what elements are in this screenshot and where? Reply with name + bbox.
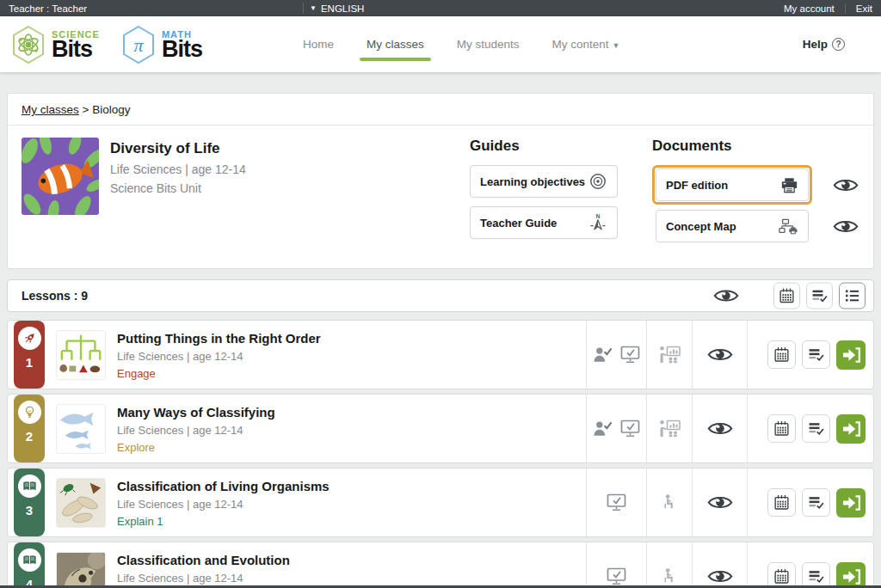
list-view-icon [844,288,860,304]
book-icon [22,479,37,493]
visibility-eye-icon[interactable] [707,420,733,437]
lesson-assignments-button[interactable] [802,340,830,369]
visibility-eye-icon[interactable] [707,346,733,363]
monitor-check-icon [619,420,641,438]
lessons-count-label: Lessons : 9 [22,289,88,303]
pdf-edition-button[interactable]: PDF edition [656,168,809,201]
bulb-icon [22,405,37,420]
lesson-modes-cell [586,542,646,588]
lesson-phase-tab: 4 [14,542,45,588]
nav-my-content[interactable]: My content▼ [552,33,620,56]
lesson-visibility-cell [692,395,747,462]
documents-heading: Documents [652,138,859,155]
guides-heading: Guides [470,138,652,155]
concept-map-button[interactable]: Concept Map [656,210,809,242]
lesson-row: 2 Many Ways of Classifying Life Sciences… [7,394,874,463]
open-lesson-button[interactable] [836,340,866,370]
science-bits-wordmark: Bits [52,40,100,59]
lesson-assignments-button[interactable] [802,414,830,443]
calendar-view-button[interactable] [773,283,800,309]
visibility-eye-icon[interactable] [713,288,739,304]
enter-icon [841,493,861,513]
schedule-lesson-button[interactable] [767,562,796,588]
open-lesson-button[interactable] [836,488,866,518]
lesson-visibility-cell [692,469,747,536]
visibility-eye-icon[interactable] [707,568,733,585]
enter-icon [841,567,861,587]
caret-down-icon: ▼ [613,41,620,50]
lesson-phase-badge [18,401,41,424]
nav-my-classes[interactable]: My classes [367,33,424,56]
sitemap-icon [779,218,798,235]
monitor-check-icon [619,346,641,364]
visibility-eye-icon[interactable] [707,494,733,511]
visibility-eye-icon[interactable] [833,218,859,235]
lesson-activity-cell [646,321,692,389]
enter-icon [841,419,861,439]
list-view-button[interactable] [839,283,866,309]
lesson-row: 1 Putting Things in the Right Order Life… [7,320,874,389]
seated-person-icon [662,493,677,511]
breadcrumb: My classes > Biology [8,94,873,126]
target-icon [588,172,607,191]
teacher-guide-button[interactable]: Teacher Guide [470,206,618,239]
open-lesson-button[interactable] [836,562,866,588]
lesson-assignments-button[interactable] [802,488,830,517]
assignments-view-button[interactable] [806,283,833,309]
science-bits-logo[interactable]: SCIENCE Bits [10,25,100,64]
person-check-icon [592,420,613,438]
schedule-lesson-button[interactable] [767,488,796,517]
book-icon [22,553,37,567]
lesson-thumbnail [56,552,106,588]
lesson-actions [747,395,873,462]
schedule-lesson-button[interactable] [767,414,796,443]
lesson-title[interactable]: Many Ways of Classifying [117,405,275,420]
lesson-row: 4 Classification and Evolution Life Scie… [7,542,874,588]
nav-my-students[interactable]: My students [457,33,520,56]
lesson-visibility-cell [692,542,747,588]
lesson-activity-cell [646,542,692,588]
breadcrumb-my-classes-link[interactable]: My classes [22,103,79,116]
unit-kind: Science Bits Unit [110,181,470,195]
lessons-list: 1 Putting Things in the Right Order Life… [7,320,874,588]
calendar-icon [773,494,790,511]
nav-home[interactable]: Home [303,33,334,56]
lesson-number: 2 [26,429,33,444]
printer-icon [780,177,798,193]
lesson-row: 3 Classification of Living Organisms Lif… [7,468,874,537]
math-bits-logo[interactable]: π MATH Bits [120,25,202,64]
assignments-icon [808,346,824,363]
lesson-title[interactable]: Putting Things in the Right Order [117,331,321,346]
lesson-phase-label: Explain 1 [117,515,330,528]
calendar-icon [773,420,790,437]
lesson-title[interactable]: Classification of Living Organisms [117,479,330,493]
lesson-assignments-button[interactable] [802,562,830,588]
help-button[interactable]: Help ? [803,38,845,51]
visibility-eye-icon[interactable] [833,177,859,193]
exit-link[interactable]: Exit [856,3,872,14]
lesson-phase-label: Explore [117,441,275,454]
math-bits-wordmark: Bits [162,40,202,59]
lesson-actions [747,542,873,588]
math-bits-logo-icon: π [120,25,157,64]
calendar-icon [773,346,790,363]
lesson-phase-tab: 2 [14,395,45,462]
my-account-link[interactable]: My account [784,3,835,14]
science-bits-logo-icon [10,25,46,64]
topbar-divider [845,3,846,14]
lesson-number: 1 [26,355,33,370]
seated-person-icon [662,567,677,585]
open-lesson-button[interactable] [836,414,866,444]
learning-objectives-button[interactable]: Learning objectives [470,165,618,198]
lesson-modes-cell [586,395,646,462]
lesson-actions [747,469,873,536]
unit-panel: My classes > Biology Diversity of Life L… [7,93,874,269]
question-mark-icon: ? [832,38,845,51]
language-selector[interactable]: ▼ ENGLISH [310,3,364,14]
presentation-icon [658,346,681,364]
schedule-lesson-button[interactable] [767,340,796,369]
lesson-phase-tab: 3 [14,469,45,536]
lesson-title[interactable]: Classification and Evolution [117,553,290,567]
lesson-number: 3 [26,503,33,518]
person-check-icon [592,346,613,364]
